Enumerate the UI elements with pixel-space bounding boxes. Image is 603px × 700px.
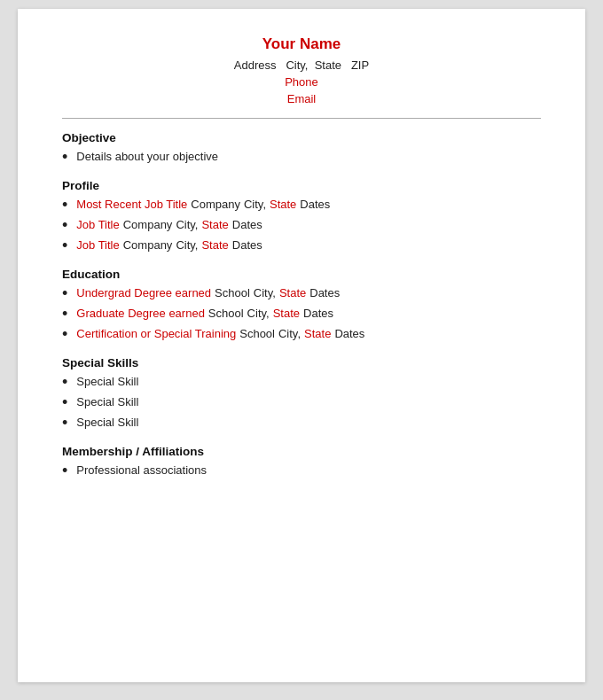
list-item: • Job Title Company City, State Dates bbox=[62, 238, 541, 253]
header-name: Your Name bbox=[62, 35, 541, 53]
objective-title: Objective bbox=[62, 131, 541, 144]
objective-item-text: Details about your objective bbox=[76, 150, 218, 163]
list-item: • Special Skill bbox=[62, 416, 541, 431]
school-2: School bbox=[208, 307, 244, 320]
job-title-3: Job Title bbox=[76, 238, 119, 252]
objective-section: Objective • Details about your objective bbox=[62, 131, 541, 165]
degree-1: Undergrad Degree earned bbox=[76, 286, 211, 299]
address-label: Address bbox=[234, 58, 277, 72]
education-item-3: Certification or Special Training School… bbox=[76, 327, 364, 340]
state-2: State bbox=[201, 218, 228, 231]
special-skills-section: Special Skills • Special Skill • Special… bbox=[62, 356, 541, 431]
bullet-icon: • bbox=[62, 374, 67, 390]
state-label: State bbox=[315, 58, 341, 72]
job-title-2: Job Title bbox=[76, 218, 119, 231]
header-email: Email bbox=[62, 92, 541, 105]
membership-item-1: Professional associations bbox=[76, 463, 207, 477]
list-item: • Most Recent Job Title Company City, St… bbox=[62, 198, 541, 213]
school-3: School bbox=[239, 327, 275, 340]
bullet-icon: • bbox=[62, 197, 67, 213]
special-skills-list: • Special Skill • Special Skill • Specia… bbox=[62, 375, 541, 431]
membership-section: Membership / Affiliations • Professional… bbox=[62, 445, 541, 478]
bullet-icon: • bbox=[62, 463, 67, 478]
header-phone: Phone bbox=[62, 75, 541, 89]
edu-city-3: City, bbox=[278, 327, 301, 340]
list-item: • Graduate Degree earned School City, St… bbox=[62, 307, 541, 322]
list-item: • Undergrad Degree earned School City, S… bbox=[62, 286, 541, 301]
state-3: State bbox=[201, 238, 228, 252]
school-1: School bbox=[215, 286, 250, 299]
company-2: Company bbox=[123, 218, 173, 231]
objective-list: • Details about your objective bbox=[62, 150, 541, 165]
list-item: • Professional associations bbox=[62, 463, 541, 478]
edu-state-2: State bbox=[273, 307, 300, 320]
city-label: City, bbox=[286, 58, 308, 72]
list-item: • Special Skill bbox=[62, 375, 541, 390]
edu-city-1: City, bbox=[254, 286, 276, 299]
header-divider bbox=[62, 118, 541, 119]
city-3: City, bbox=[176, 238, 198, 252]
dates-3: Dates bbox=[232, 238, 262, 252]
bullet-icon: • bbox=[62, 415, 67, 431]
dates-1: Dates bbox=[300, 198, 330, 211]
profile-item-3: Job Title Company City, State Dates bbox=[76, 238, 262, 252]
degree-2: Graduate Degree earned bbox=[76, 307, 205, 320]
job-title-1: Most Recent Job Title bbox=[76, 198, 187, 211]
city-1: City, bbox=[244, 198, 266, 211]
special-skills-title: Special Skills bbox=[62, 356, 541, 369]
edu-dates-1: Dates bbox=[309, 286, 340, 299]
education-title: Education bbox=[62, 268, 541, 281]
dates-2: Dates bbox=[232, 218, 262, 231]
bullet-icon: • bbox=[62, 237, 67, 253]
zip-label: ZIP bbox=[351, 58, 369, 72]
company-1: Company bbox=[191, 198, 240, 211]
degree-3: Certification or Special Training bbox=[76, 327, 236, 340]
list-item: • Details about your objective bbox=[62, 150, 541, 165]
profile-list: • Most Recent Job Title Company City, St… bbox=[62, 198, 541, 253]
skill-3: Special Skill bbox=[76, 416, 138, 429]
profile-section: Profile • Most Recent Job Title Company … bbox=[62, 179, 541, 253]
list-item: • Certification or Special Training Scho… bbox=[62, 327, 541, 342]
education-item-2: Graduate Degree earned School City, Stat… bbox=[76, 307, 333, 320]
membership-list: • Professional associations bbox=[62, 463, 541, 478]
header-address: Address City, State ZIP bbox=[62, 58, 541, 72]
resume-header: Your Name Address City, State ZIP Phone … bbox=[62, 35, 541, 105]
bullet-icon: • bbox=[62, 306, 67, 322]
edu-dates-3: Dates bbox=[334, 327, 364, 340]
list-item: • Job Title Company City, State Dates bbox=[62, 218, 541, 233]
profile-title: Profile bbox=[62, 179, 541, 192]
bullet-icon: • bbox=[62, 326, 67, 342]
bullet-icon: • bbox=[62, 394, 67, 410]
education-item-1: Undergrad Degree earned School City, Sta… bbox=[76, 286, 340, 299]
edu-state-1: State bbox=[279, 286, 306, 299]
skill-2: Special Skill bbox=[76, 395, 138, 408]
list-item: • Special Skill bbox=[62, 395, 541, 410]
skill-1: Special Skill bbox=[76, 375, 138, 388]
city-2: City, bbox=[176, 218, 198, 231]
membership-title: Membership / Affiliations bbox=[62, 445, 541, 458]
education-list: • Undergrad Degree earned School City, S… bbox=[62, 286, 541, 342]
edu-city-2: City, bbox=[247, 307, 270, 320]
company-3: Company bbox=[123, 238, 173, 252]
state-1: State bbox=[270, 198, 296, 211]
resume-document: Your Name Address City, State ZIP Phone … bbox=[18, 9, 585, 682]
bullet-icon: • bbox=[62, 285, 67, 301]
education-section: Education • Undergrad Degree earned Scho… bbox=[62, 268, 541, 342]
bullet-icon: • bbox=[62, 217, 67, 233]
edu-dates-2: Dates bbox=[303, 307, 333, 320]
profile-item-1: Most Recent Job Title Company City, Stat… bbox=[76, 198, 330, 211]
profile-item-2: Job Title Company City, State Dates bbox=[76, 218, 262, 231]
bullet-icon: • bbox=[62, 149, 67, 165]
edu-state-3: State bbox=[304, 327, 331, 340]
